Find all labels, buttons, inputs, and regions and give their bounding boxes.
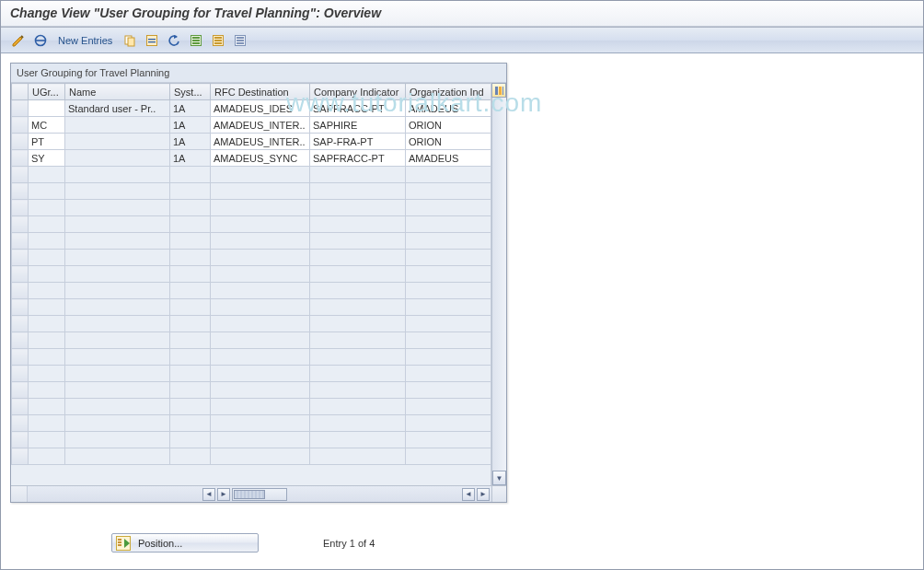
cell-ugr[interactable]: MC	[29, 117, 65, 134]
table-row[interactable]	[12, 382, 492, 399]
row-selector[interactable]	[12, 167, 29, 183]
table-row[interactable]	[12, 432, 492, 448]
select-all-icon[interactable]	[188, 32, 204, 49]
cell-syst[interactable]: 1A	[170, 100, 211, 117]
table-row[interactable]	[12, 332, 492, 349]
cell-company[interactable]: SAPFRACC-PT	[310, 150, 406, 167]
row-selector[interactable]	[12, 233, 29, 250]
table-row[interactable]	[12, 283, 492, 299]
toggle-display-change-icon[interactable]	[10, 32, 27, 49]
scroll-left-icon[interactable]: ◄	[202, 488, 215, 501]
col-system[interactable]: Syst...	[170, 84, 211, 100]
scroll-right-icon[interactable]: ►	[217, 488, 230, 501]
scroll-left2-icon[interactable]: ◄	[462, 488, 475, 501]
row-selector[interactable]	[12, 183, 29, 200]
table-row[interactable]	[12, 266, 492, 283]
cell-ugr[interactable]: SY	[29, 150, 65, 167]
vertical-scrollbar[interactable]: ▲ ▼	[491, 83, 506, 485]
copy-as-icon[interactable]	[121, 32, 138, 49]
position-button[interactable]: Position...	[111, 533, 259, 553]
col-company[interactable]: Company Indicator	[310, 84, 406, 100]
row-selector[interactable]	[12, 432, 29, 448]
row-selector[interactable]	[12, 448, 29, 465]
row-selector[interactable]	[12, 316, 29, 332]
deselect-all-icon[interactable]	[232, 32, 248, 49]
cell-name	[65, 233, 170, 250]
row-selector[interactable]	[12, 250, 29, 266]
table-row[interactable]	[12, 299, 492, 316]
row-selector[interactable]	[12, 366, 29, 382]
table-row[interactable]	[12, 399, 492, 415]
row-selector[interactable]	[12, 200, 29, 216]
horizontal-scrollbar[interactable]: ◄ ► ◄ ►	[11, 485, 506, 502]
row-selector[interactable]	[12, 117, 29, 134]
row-selector[interactable]	[12, 299, 29, 316]
cell-name[interactable]: Standard user - Pr..	[65, 100, 170, 117]
row-selector[interactable]	[12, 415, 29, 432]
table-row[interactable]	[12, 349, 492, 366]
row-selector[interactable]	[12, 216, 29, 233]
col-name[interactable]: Name	[65, 84, 170, 100]
table-row[interactable]: PT1AAMADEUS_INTER..SAP-FRA-PTORION	[12, 134, 492, 150]
table-row[interactable]	[12, 448, 492, 465]
table-row[interactable]	[12, 183, 492, 200]
cell-name[interactable]	[65, 150, 170, 167]
cell-name[interactable]	[65, 134, 170, 150]
new-entries-button[interactable]: New Entries	[54, 35, 116, 46]
table-row[interactable]: SY1AAMADEUS_SYNCSAPFRACC-PTAMADEUS	[12, 150, 492, 167]
row-selector[interactable]	[12, 266, 29, 283]
hscroll-thumb[interactable]	[234, 490, 265, 499]
cell-rfc[interactable]: AMADEUS_INTER..	[211, 134, 310, 150]
row-selector-header[interactable]	[12, 84, 29, 100]
table-row[interactable]	[12, 366, 492, 382]
row-selector[interactable]	[12, 150, 29, 167]
table-row[interactable]	[12, 415, 492, 432]
scroll-down-icon[interactable]: ▼	[492, 471, 506, 485]
svg-rect-8	[192, 37, 200, 39]
cell-ugr[interactable]: PT	[29, 134, 65, 150]
cell-company[interactable]: SAP-FRA-PT	[310, 134, 406, 150]
table-row[interactable]	[12, 216, 492, 233]
col-org[interactable]: Organization Ind	[406, 84, 492, 100]
table-settings-icon[interactable]	[491, 83, 506, 98]
vscroll-track[interactable]	[492, 98, 506, 471]
cell-syst	[170, 200, 211, 216]
undo-change-icon[interactable]	[166, 32, 182, 49]
cell-org[interactable]: ORION	[406, 134, 492, 150]
hscroll-track[interactable]	[232, 488, 287, 501]
row-selector[interactable]	[12, 100, 29, 117]
row-selector[interactable]	[12, 134, 29, 150]
table-row[interactable]	[12, 316, 492, 332]
cell-company[interactable]: SAPHIRE	[310, 117, 406, 134]
row-selector[interactable]	[12, 332, 29, 349]
table-row[interactable]: Standard user - Pr..1AAMADEUS_IDESSAPFRA…	[12, 100, 492, 117]
select-block-icon[interactable]	[210, 32, 226, 49]
cell-syst[interactable]: 1A	[170, 117, 211, 134]
cell-rfc[interactable]: AMADEUS_IDES	[211, 100, 310, 117]
cell-org[interactable]: ORION	[406, 117, 492, 134]
table-row[interactable]	[12, 200, 492, 216]
row-selector[interactable]	[12, 349, 29, 366]
cell-syst[interactable]: 1A	[170, 134, 211, 150]
cell-name[interactable]	[65, 117, 170, 134]
cell-syst	[170, 349, 211, 366]
cell-company[interactable]: SAPFRACC-PT	[310, 100, 406, 117]
row-selector[interactable]	[12, 399, 29, 415]
table-row[interactable]	[12, 250, 492, 266]
select-icon[interactable]	[32, 32, 49, 49]
table-row[interactable]: MC1AAMADEUS_INTER..SAPHIREORION	[12, 117, 492, 134]
cell-org[interactable]: AMADEUS	[406, 150, 492, 167]
col-ugr[interactable]: UGr...	[29, 84, 65, 100]
row-selector[interactable]	[12, 283, 29, 299]
cell-syst[interactable]: 1A	[170, 150, 211, 167]
row-selector[interactable]	[12, 382, 29, 399]
delete-icon[interactable]	[144, 32, 160, 49]
cell-rfc[interactable]: AMADEUS_SYNC	[211, 150, 310, 167]
scroll-right2-icon[interactable]: ►	[477, 488, 490, 501]
cell-rfc[interactable]: AMADEUS_INTER..	[211, 117, 310, 134]
table-row[interactable]	[12, 167, 492, 183]
table-row[interactable]	[12, 233, 492, 250]
cell-org[interactable]: AMADEUS	[406, 100, 492, 117]
col-rfc[interactable]: RFC Destination	[211, 84, 310, 100]
cell-ugr[interactable]	[29, 100, 65, 117]
